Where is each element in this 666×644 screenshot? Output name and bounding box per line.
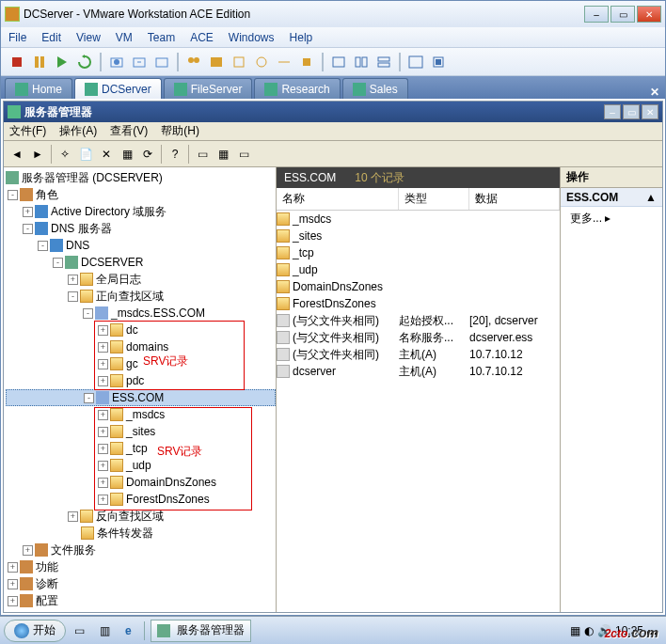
list-row[interactable]: (与父文件夹相同)主机(A)10.7.10.12	[277, 346, 560, 363]
tree-msdcs-zone[interactable]: _msdcs.ESS.COM	[111, 306, 205, 320]
tree-global-log[interactable]: 全局日志	[96, 272, 141, 288]
view-1-icon[interactable]	[328, 52, 349, 72]
col-data[interactable]: 数据	[469, 188, 560, 210]
tab-sales[interactable]: Sales	[342, 78, 408, 99]
tab-fileserver[interactable]: FileServer	[164, 78, 253, 99]
expander[interactable]: +	[98, 478, 108, 488]
ie-icon[interactable]: e	[119, 620, 138, 642]
expander[interactable]: +	[98, 427, 108, 437]
tree-msdcs[interactable]: _msdcs	[126, 408, 165, 421]
help-icon[interactable]: ?	[166, 145, 184, 164]
tree-config[interactable]: 配置	[36, 593, 58, 609]
list-row[interactable]: _udp	[277, 261, 560, 278]
sm-close-button[interactable]: ✕	[642, 104, 658, 119]
unity-icon[interactable]	[428, 52, 449, 72]
tree-ddz[interactable]: DomainDnsZones	[126, 476, 216, 489]
tree-fdz[interactable]: ForestDnsZones	[126, 493, 210, 506]
tree-dcserver[interactable]: DCSERVER	[81, 256, 143, 269]
expander[interactable]: +	[8, 596, 18, 606]
revert-icon[interactable]	[129, 52, 150, 72]
list-row[interactable]: _msdcs	[277, 211, 560, 228]
list-row[interactable]: dcserver主机(A)10.7.10.12	[277, 363, 560, 380]
expander[interactable]: +	[68, 275, 78, 285]
tree-gc[interactable]: gc	[126, 357, 138, 370]
expander[interactable]: +	[8, 562, 18, 573]
menu-view[interactable]: View	[76, 31, 101, 44]
forward-icon[interactable]: ►	[28, 145, 47, 164]
menu-team[interactable]: Team	[148, 31, 175, 44]
tree-dns-server[interactable]: DNS 服务器	[51, 221, 112, 237]
list-row[interactable]: _tcp	[277, 244, 560, 261]
team-icon-5[interactable]	[274, 52, 294, 72]
tree-domains[interactable]: domains	[126, 340, 168, 353]
tree-root[interactable]: 服务器管理器 (DCSERVER)	[22, 170, 163, 186]
pause-icon[interactable]	[29, 52, 50, 72]
team-icon-6[interactable]	[296, 52, 317, 72]
tree-file-services[interactable]: 文件服务	[51, 542, 96, 558]
expander[interactable]: +	[98, 461, 108, 471]
team-icon-2[interactable]	[206, 52, 227, 72]
expander[interactable]: -	[38, 241, 48, 251]
expander[interactable]: +	[98, 342, 108, 353]
back-icon[interactable]: ◄	[8, 145, 26, 164]
toolbar-icon[interactable]: ▭	[234, 145, 253, 164]
new-icon[interactable]: ✧	[56, 145, 74, 164]
tree-tcp[interactable]: _tcp	[126, 442, 148, 455]
list-row[interactable]: _sites	[277, 228, 560, 244]
tree-pdc[interactable]: pdc	[126, 374, 144, 387]
list-row[interactable]: (与父文件夹相同)名称服务...dcserver.ess	[277, 329, 560, 346]
menu-edit[interactable]: Edit	[41, 31, 61, 44]
view-2-icon[interactable]	[351, 52, 372, 72]
actions-more[interactable]: 更多... ▸	[561, 207, 662, 230]
team-icon-3[interactable]	[229, 52, 249, 72]
reset-icon[interactable]	[74, 52, 95, 72]
menu-help[interactable]: Help	[290, 31, 313, 44]
properties-icon[interactable]: ▦	[118, 145, 136, 164]
expander[interactable]: +	[8, 579, 18, 589]
view-3-icon[interactable]	[373, 52, 394, 72]
tray-icon[interactable]: ◐	[584, 624, 594, 637]
expander[interactable]: -	[84, 393, 94, 403]
refresh-icon[interactable]: ⟳	[138, 145, 157, 164]
expander[interactable]: -	[83, 308, 93, 319]
tree-fwzone[interactable]: 正向查找区域	[96, 289, 164, 305]
team-icon-4[interactable]	[251, 52, 272, 72]
tree-sites[interactable]: _sites	[126, 425, 155, 438]
menu-vm[interactable]: VM	[116, 31, 133, 44]
tree-udp[interactable]: _udp	[126, 459, 151, 472]
minimize-button[interactable]: –	[584, 6, 609, 23]
sm-maximize-button[interactable]: ▭	[623, 104, 640, 119]
expander[interactable]: +	[23, 545, 33, 556]
delete-icon[interactable]: ✕	[97, 145, 116, 164]
sm-menu-file[interactable]: 文件(F)	[9, 123, 46, 139]
col-type[interactable]: 类型	[399, 188, 469, 210]
sm-minimize-button[interactable]: –	[604, 104, 621, 119]
tree-ess[interactable]: ESS.COM	[112, 391, 164, 404]
maximize-button[interactable]: ▭	[610, 6, 635, 23]
toolbar-icon[interactable]: 📄	[76, 145, 95, 164]
tree-dc[interactable]: dc	[126, 323, 138, 337]
sm-menu-help[interactable]: 帮助(H)	[161, 123, 199, 139]
taskbar-app[interactable]: 服务器管理器	[151, 620, 251, 642]
expander[interactable]: -	[53, 258, 63, 268]
start-button[interactable]: 开始	[4, 620, 66, 642]
expander[interactable]: +	[98, 359, 108, 369]
menu-windows[interactable]: Windows	[229, 31, 275, 44]
tab-research[interactable]: Research	[254, 78, 340, 99]
expander[interactable]: +	[98, 444, 108, 454]
snapshot-icon[interactable]	[106, 52, 127, 72]
expander[interactable]: +	[68, 511, 78, 522]
sm-menu-view[interactable]: 查看(V)	[110, 123, 148, 139]
expander[interactable]: +	[98, 410, 108, 420]
list-row[interactable]: DomainDnsZones	[277, 278, 560, 295]
tray-icon[interactable]: ▦	[570, 624, 580, 637]
sm-menu-action[interactable]: 操作(A)	[59, 123, 97, 139]
tree-roles[interactable]: 角色	[36, 187, 58, 203]
tree-features[interactable]: 功能	[36, 559, 58, 575]
quicklaunch-icon[interactable]: ▭	[68, 620, 91, 642]
toolbar-icon[interactable]: ▦	[214, 145, 232, 164]
stop-icon[interactable]	[7, 52, 27, 72]
menu-file[interactable]: File	[8, 31, 26, 44]
manage-icon[interactable]	[151, 52, 172, 72]
list-row[interactable]: ForestDnsZones	[277, 295, 560, 312]
